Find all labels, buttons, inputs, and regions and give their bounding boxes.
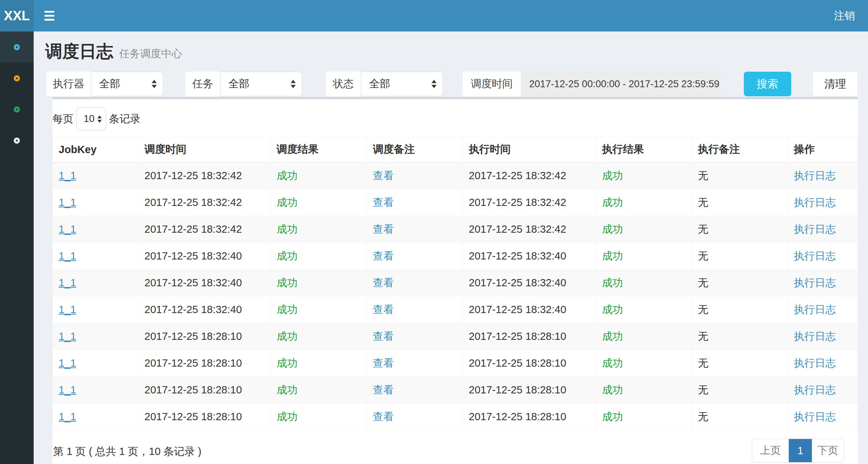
jobkey-link[interactable]: 1_1: [59, 223, 76, 235]
jobkey-link[interactable]: 1_1: [59, 330, 76, 342]
sidebar-item-4[interactable]: [0, 125, 34, 156]
view-trigger-msg-link[interactable]: 查看: [373, 170, 394, 181]
pagination-summary: 第 1 页 ( 总共 1 页，10 条记录 ): [53, 444, 201, 459]
trigger-time-cell: 2017-12-25 18:28:10: [139, 377, 271, 404]
handle-result-cell: 成功: [596, 296, 692, 323]
executor-filter-select[interactable]: 全部: [91, 72, 163, 96]
executor-filter-group: 执行器 全部: [46, 72, 163, 96]
job-filter-select[interactable]: 全部: [220, 72, 302, 96]
handle-time-cell: 2017-12-25 18:32:42: [463, 189, 596, 216]
content-area: 调度日志 任务调度中心 执行器 全部 任务 全部 状态 全部 调度时间: [34, 31, 868, 464]
execution-log-link[interactable]: 执行日志: [794, 223, 836, 235]
execution-log-link[interactable]: 执行日志: [794, 250, 836, 262]
logout-link[interactable]: 注销: [834, 0, 855, 31]
column-header-trigger-result[interactable]: 调度结果: [271, 137, 367, 163]
prev-page-button[interactable]: 上页: [752, 439, 789, 462]
jobkey-link[interactable]: 1_1: [59, 277, 76, 288]
handle-msg-cell: 无: [692, 323, 788, 350]
executor-filter-value: 全部: [99, 77, 120, 91]
success-status-text: 成功: [602, 197, 623, 208]
trigger-time-cell: 2017-12-25 18:32:42: [139, 189, 271, 216]
column-header-jobkey[interactable]: JobKey: [53, 137, 139, 163]
trigger-time-cell: 2017-12-25 18:32:40: [139, 270, 271, 296]
view-trigger-msg-link[interactable]: 查看: [373, 330, 394, 342]
view-trigger-msg-link[interactable]: 查看: [373, 411, 394, 422]
table-row: 1_12017-12-25 18:32:42成功查看2017-12-25 18:…: [53, 216, 858, 243]
clear-button[interactable]: 清理: [813, 72, 858, 96]
view-trigger-msg-link[interactable]: 查看: [373, 197, 394, 208]
jobkey-link[interactable]: 1_1: [59, 357, 76, 369]
select-arrows-icon: [291, 80, 296, 88]
jobkey-link[interactable]: 1_1: [59, 250, 76, 262]
handle-time-cell: 2017-12-25 18:32:40: [463, 296, 596, 323]
page-1-button[interactable]: 1: [789, 439, 812, 462]
execution-log-link[interactable]: 执行日志: [794, 304, 836, 315]
execution-log-link[interactable]: 执行日志: [794, 330, 836, 342]
trigger-time-range-input[interactable]: 2017-12-25 00:00:00 - 2017-12-25 23:59:5…: [521, 72, 720, 96]
handle-msg-cell: 无: [692, 270, 788, 296]
column-header-action[interactable]: 操作: [788, 137, 858, 163]
page-title: 调度日志: [45, 40, 113, 63]
handle-msg-cell: 无: [692, 163, 788, 189]
sidebar-item-2[interactable]: [0, 63, 34, 94]
execution-log-link[interactable]: 执行日志: [794, 277, 836, 288]
jobkey-link[interactable]: 1_1: [59, 411, 76, 422]
handle-time-cell: 2017-12-25 18:32:40: [463, 243, 596, 270]
execution-log-link[interactable]: 执行日志: [794, 170, 836, 181]
table-row: 1_12017-12-25 18:28:10成功查看2017-12-25 18:…: [53, 323, 858, 350]
sidebar-item-1[interactable]: [0, 31, 34, 63]
table-row: 1_12017-12-25 18:32:42成功查看2017-12-25 18:…: [53, 189, 858, 216]
trigger-time-filter-label: 调度时间: [463, 72, 521, 96]
next-page-button[interactable]: 下页: [812, 439, 844, 462]
jobkey-link[interactable]: 1_1: [59, 304, 76, 315]
search-button[interactable]: 搜索: [744, 72, 791, 96]
success-status-text: 成功: [277, 197, 298, 208]
column-header-handle-time[interactable]: 执行时间: [463, 137, 596, 163]
handle-result-cell: 成功: [596, 216, 692, 243]
column-header-trigger-time[interactable]: 调度时间: [139, 137, 271, 163]
view-trigger-msg-link[interactable]: 查看: [373, 277, 394, 288]
view-trigger-msg-link[interactable]: 查看: [373, 357, 394, 369]
handle-msg-cell: 无: [692, 243, 788, 270]
execution-log-link[interactable]: 执行日志: [794, 197, 836, 208]
handle-time-cell: 2017-12-25 18:28:10: [463, 377, 596, 404]
view-trigger-msg-link[interactable]: 查看: [373, 384, 394, 396]
table-row: 1_12017-12-25 18:32:40成功查看2017-12-25 18:…: [53, 296, 858, 323]
filter-bar: 执行器 全部 任务 全部 状态 全部 调度时间 2017-12-25 00:00…: [34, 72, 868, 96]
execution-log-link[interactable]: 执行日志: [794, 384, 836, 396]
view-trigger-msg-link[interactable]: 查看: [373, 304, 394, 315]
page-size-select[interactable]: 10: [76, 107, 106, 130]
success-status-text: 成功: [277, 223, 298, 235]
execution-log-link[interactable]: 执行日志: [794, 357, 836, 369]
execution-log-link[interactable]: 执行日志: [794, 411, 836, 422]
handle-result-cell: 成功: [596, 377, 692, 404]
handle-time-cell: 2017-12-25 18:28:10: [463, 323, 596, 350]
trigger-time-range-value: 2017-12-25 00:00:00 - 2017-12-25 23:59:5…: [529, 79, 719, 90]
success-status-text: 成功: [602, 277, 623, 288]
column-header-handle-result[interactable]: 执行结果: [596, 137, 692, 163]
select-arrows-icon: [152, 80, 157, 88]
job-filter-value: 全部: [228, 77, 249, 91]
sidebar-toggle-button[interactable]: [38, 0, 61, 31]
handle-result-cell: 成功: [596, 163, 692, 189]
status-filter-select[interactable]: 全部: [361, 72, 443, 96]
jobkey-link[interactable]: 1_1: [59, 197, 76, 208]
trigger-result-cell: 成功: [271, 270, 367, 296]
pagination: 上页 1 下页: [752, 439, 844, 463]
table-row: 1_12017-12-25 18:32:42成功查看2017-12-25 18:…: [53, 163, 858, 189]
jobkey-link[interactable]: 1_1: [59, 384, 76, 396]
handle-msg-cell: 无: [692, 296, 788, 323]
view-trigger-msg-link[interactable]: 查看: [373, 223, 394, 235]
circle-icon: [14, 75, 20, 81]
handle-result-cell: 成功: [596, 270, 692, 296]
handle-result-cell: 成功: [596, 189, 692, 216]
column-header-handle-msg[interactable]: 执行备注: [692, 137, 788, 163]
select-arrows-icon: [431, 80, 437, 88]
handle-time-cell: 2017-12-25 18:28:10: [463, 350, 596, 377]
view-trigger-msg-link[interactable]: 查看: [373, 250, 394, 262]
sidebar-item-3[interactable]: [0, 94, 34, 125]
trigger-time-cell: 2017-12-25 18:28:10: [139, 404, 271, 430]
app-logo[interactable]: XXL: [0, 0, 34, 31]
column-header-trigger-msg[interactable]: 调度备注: [367, 137, 463, 163]
jobkey-link[interactable]: 1_1: [59, 170, 76, 181]
